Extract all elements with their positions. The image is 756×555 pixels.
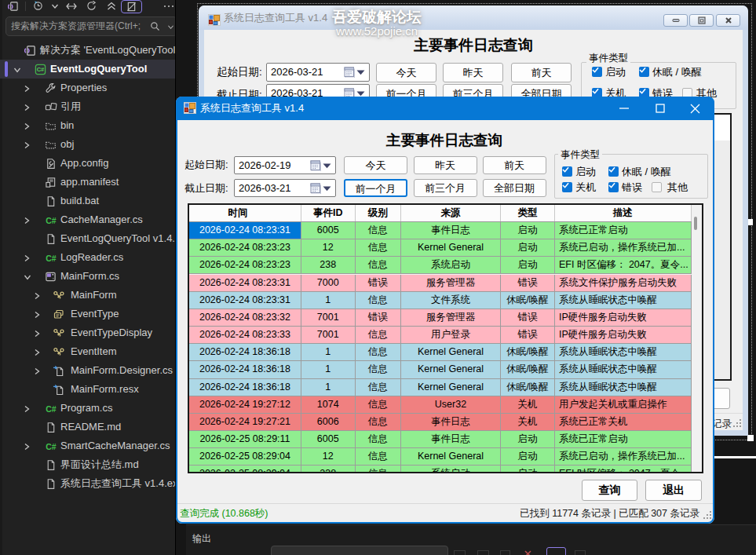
svg-text:C#: C# [46, 216, 57, 225]
svg-text:C#: C# [46, 442, 57, 451]
svg-text:C#: C# [37, 66, 45, 73]
svg-text:C#: C# [46, 254, 57, 263]
svg-text:C#: C# [46, 404, 57, 414]
